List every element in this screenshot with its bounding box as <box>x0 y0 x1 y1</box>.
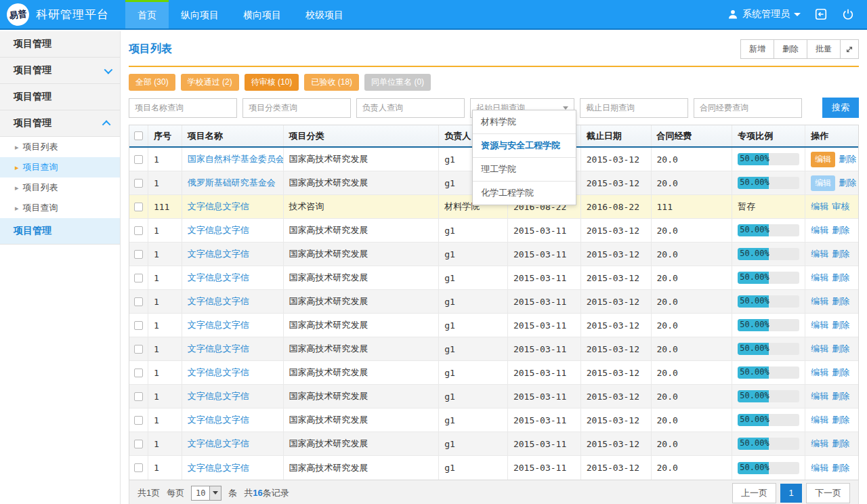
next-page-button[interactable]: 下一页 <box>806 483 850 503</box>
checkbox[interactable] <box>134 440 143 448</box>
project-name-link[interactable]: 文字信息文字信 <box>188 272 249 284</box>
switch-account-icon[interactable] <box>814 7 828 21</box>
checkbox[interactable] <box>134 321 143 330</box>
checkbox[interactable] <box>134 274 143 282</box>
checkbox[interactable] <box>134 250 143 259</box>
checkbox[interactable] <box>134 463 143 472</box>
edit-link[interactable]: 编辑 <box>811 366 828 379</box>
project-name-link[interactable]: 文字信息文字信 <box>188 295 249 308</box>
progress-label: 50.00% <box>740 391 769 400</box>
search-button[interactable]: 搜索 <box>822 98 859 118</box>
sidebar-group[interactable]: 项目管理 <box>0 31 120 58</box>
project-name-link[interactable]: 文字信息文字信 <box>188 224 249 236</box>
edit-link[interactable]: 编辑 <box>811 438 828 450</box>
end-date-input[interactable] <box>580 98 688 118</box>
project-name-link[interactable]: 文字信息文字信 <box>188 248 249 260</box>
review-link[interactable]: 审核 <box>832 201 849 213</box>
delete-link[interactable]: 删除 <box>832 462 849 474</box>
progress-label: 50.00% <box>740 320 769 329</box>
checkbox[interactable] <box>134 392 143 401</box>
user-menu[interactable]: 系统管理员 <box>727 8 801 20</box>
edit-link[interactable]: 编辑 <box>811 343 828 355</box>
delete-link[interactable]: 删除 <box>832 248 849 260</box>
sidebar-item[interactable]: ▸项目列表 <box>0 177 120 198</box>
nav-tab[interactable]: 横向项目 <box>231 0 293 28</box>
prev-page-button[interactable]: 上一页 <box>732 483 776 503</box>
page-size-select[interactable]: 10 <box>191 486 221 501</box>
sidebar-group[interactable]: 项目管理 <box>0 84 120 110</box>
delete-link[interactable]: 删除 <box>832 438 849 450</box>
delete-link[interactable]: 删除 <box>832 390 849 402</box>
delete-link[interactable]: 删除 <box>832 319 849 331</box>
checkbox[interactable] <box>134 297 143 306</box>
filter-tag[interactable]: 待审核 (10) <box>245 74 299 91</box>
expand-button[interactable] <box>840 39 859 59</box>
current-page[interactable]: 1 <box>780 484 802 503</box>
contract-fund-input[interactable] <box>694 98 802 118</box>
select-all-checkbox[interactable] <box>134 131 143 140</box>
dropdown-option[interactable]: 资源与安全工程学院 <box>473 134 576 158</box>
sidebar-group[interactable]: 项目管理 <box>0 218 120 245</box>
project-category-input[interactable] <box>242 98 351 118</box>
delete-link[interactable]: 删除 <box>832 224 849 236</box>
edit-link[interactable]: 编辑 <box>811 414 828 426</box>
edit-link[interactable]: 编辑 <box>811 272 828 284</box>
edit-link[interactable]: 编辑 <box>811 319 828 331</box>
project-name-link[interactable]: 文字信息文字信 <box>188 201 249 213</box>
start-date-cell: 2015-03-11 <box>508 266 581 289</box>
dropdown-option[interactable]: 材料学院 <box>473 110 576 134</box>
filter-tag[interactable]: 同单位重名 (0) <box>364 74 431 91</box>
delete-link[interactable]: 删除 <box>832 414 849 426</box>
project-name-input[interactable] <box>129 98 237 118</box>
checkbox[interactable] <box>134 155 143 164</box>
dropdown-option[interactable]: 化学工程学院 <box>473 182 576 205</box>
edit-link[interactable]: 编辑 <box>811 248 828 260</box>
delete-link[interactable]: 删除 <box>839 177 856 189</box>
toolbar-button[interactable]: 新增 <box>740 39 774 59</box>
dropdown-option[interactable]: 理工学院 <box>473 158 576 182</box>
toolbar-button[interactable]: 删除 <box>774 39 807 59</box>
filter-tag[interactable]: 已验收 (18) <box>304 74 359 91</box>
edit-link[interactable]: 编辑 <box>811 201 828 213</box>
delete-link[interactable]: 删除 <box>839 153 856 165</box>
sidebar-item[interactable]: ▸项目查询 <box>0 198 120 218</box>
checkbox[interactable] <box>134 179 143 188</box>
nav-tab[interactable]: 首页 <box>125 0 169 28</box>
project-name-link[interactable]: 俄罗斯基础研究基金会 <box>188 177 276 189</box>
edit-button[interactable]: 编辑 <box>811 152 835 167</box>
page-size-value: 10 <box>192 486 209 500</box>
checkbox[interactable] <box>134 416 143 425</box>
checkbox[interactable] <box>134 369 143 377</box>
project-name-link[interactable]: 文字信息文字信 <box>188 414 249 426</box>
nav-tab[interactable]: 校级项目 <box>293 0 356 28</box>
edit-link[interactable]: 编辑 <box>811 390 828 402</box>
filter-tag[interactable]: 学校通过 (2) <box>181 74 239 91</box>
edit-link[interactable]: 编辑 <box>811 462 828 474</box>
project-name-link[interactable]: 国家自然科学基金委员会 <box>188 153 284 165</box>
checkbox[interactable] <box>134 345 143 354</box>
edit-button[interactable]: 编辑 <box>811 175 835 191</box>
sidebar-group[interactable]: 项目管理 <box>0 110 120 137</box>
toolbar-button[interactable]: 批量 <box>807 39 841 59</box>
checkbox[interactable] <box>134 203 143 211</box>
delete-link[interactable]: 删除 <box>832 295 849 308</box>
sidebar-item[interactable]: ▸项目列表 <box>0 137 120 157</box>
project-name-link[interactable]: 文字信息文字信 <box>188 366 249 379</box>
sidebar-item[interactable]: ▸项目查询 <box>0 157 120 177</box>
sidebar-group[interactable]: 项目管理 <box>0 58 120 84</box>
project-name-link[interactable]: 文字信息文字信 <box>188 390 249 402</box>
delete-link[interactable]: 删除 <box>832 272 849 284</box>
nav-tab[interactable]: 纵向项目 <box>169 0 231 28</box>
power-icon[interactable] <box>841 7 855 21</box>
filter-tag[interactable]: 全部 (30) <box>129 74 175 91</box>
project-name-link[interactable]: 文字信息文字信 <box>188 343 249 355</box>
leader-input[interactable] <box>356 98 465 118</box>
project-name-link[interactable]: 文字信息文字信 <box>188 438 249 450</box>
edit-link[interactable]: 编辑 <box>811 295 828 308</box>
edit-link[interactable]: 编辑 <box>811 224 828 236</box>
delete-link[interactable]: 删除 <box>832 343 849 355</box>
delete-link[interactable]: 删除 <box>832 366 849 379</box>
project-name-link[interactable]: 文字信息文字信 <box>188 462 249 474</box>
checkbox[interactable] <box>134 226 143 235</box>
project-name-link[interactable]: 文字信息文字信 <box>188 319 249 331</box>
